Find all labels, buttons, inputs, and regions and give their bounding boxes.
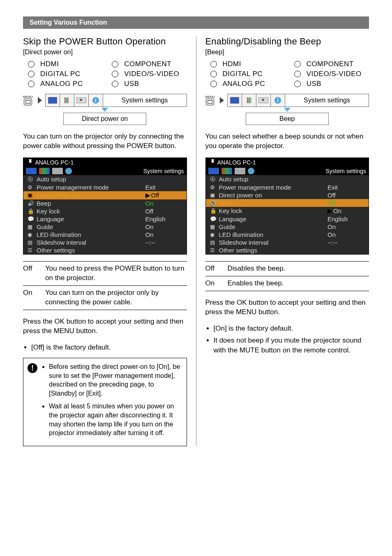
left-intro: You can turn on the projector only by co… — [23, 132, 187, 151]
option-val: Disables the beep. — [228, 264, 286, 273]
bullet-item: It does not beep if you mute the project… — [214, 336, 369, 355]
osd-row-icon: ☰ — [210, 247, 217, 253]
osd-title: ▘ ANALOG PC-1 — [23, 158, 187, 167]
osd-row-label: Beep — [219, 199, 328, 206]
osd-row: ▤Slideshow interval--:-- — [23, 239, 187, 246]
left-nav-sub: Direct power on — [63, 113, 146, 125]
osd-row: 🔊BeepOff — [206, 199, 369, 207]
input-label: ANALOG PC — [223, 80, 265, 88]
nav-tab-1 — [228, 94, 242, 107]
osd-row-label: Auto setup — [37, 176, 145, 183]
osd-row-value: ▶On — [327, 207, 364, 215]
left-bullets: [Off] is the factory default. — [23, 343, 187, 352]
bullet-item: [Off] is the factory default. — [31, 343, 187, 352]
input-label: HDMI — [40, 60, 59, 68]
option-val: Enables the beep. — [228, 279, 284, 288]
arrow-right-icon — [38, 97, 42, 104]
osd-row-icon: 🔊 — [28, 200, 34, 206]
osd-tab-icon — [65, 168, 72, 174]
nav-tab-4: i — [89, 94, 103, 107]
osd-row-value: ▶Off — [145, 192, 182, 199]
osd-row-label: Slideshow interval — [37, 239, 145, 246]
osd-row-value: --:-- — [327, 239, 364, 246]
osd-row-label: Auto setup — [219, 176, 328, 183]
note-item: Wait at least 5 minutes when you power o… — [49, 402, 182, 437]
menu-icon: MENU — [23, 95, 33, 105]
osd-row-label: Guide — [37, 223, 145, 230]
menu-label: MENU — [23, 95, 33, 99]
osd-row: ⒶAuto setup — [23, 175, 187, 183]
osd-row-icon: ☰ — [28, 247, 34, 253]
osd-right-label: System settings — [143, 168, 184, 174]
nav-tab-3 — [74, 94, 89, 107]
osd-row-value: On — [145, 200, 182, 207]
right-nav-diagram: MENU i System settings Beep — [205, 94, 369, 125]
osd-row-label: Key lock — [219, 207, 328, 214]
left-input-grid: HDMI COMPONENT DIGITAL PC VIDEO/S-VIDEO … — [23, 60, 187, 88]
osd-row-icon: 💬 — [210, 216, 217, 222]
input-label: COMPONENT — [307, 60, 354, 68]
input-analog-pc: ANALOG PC — [205, 80, 285, 88]
osd-tabs: System settings — [23, 167, 187, 175]
osd-row: ▣Direct power on▶Off — [23, 191, 187, 199]
osd-row-value: Exit — [327, 184, 364, 191]
osd-row-icon: ◉ — [210, 232, 217, 238]
osd-row-label: Power management mode — [37, 184, 145, 191]
osd-row-icon: ▦ — [28, 224, 34, 230]
left-osd: ▘ ANALOG PC-1 System settings ⒶAuto setu… — [23, 158, 187, 255]
osd-row-icon: ⚙ — [210, 184, 217, 190]
menu-label: MENU — [205, 95, 215, 99]
note-box: ! Before setting the direct power-on to … — [23, 358, 187, 446]
osd-row-label: Key lock — [37, 208, 145, 215]
osd-right-label: System settings — [325, 168, 366, 174]
option-val: You need to press the POWER button to tu… — [45, 264, 187, 283]
option-row: OnEnables the beep. — [205, 276, 369, 291]
arrow-down-icon — [284, 108, 291, 112]
left-column: Skip the POWER Button Operation [Direct … — [23, 36, 196, 446]
radio-icon — [210, 61, 217, 67]
right-column: Enabling/Disabling the Beep [Beep] HDMI … — [196, 36, 369, 446]
osd-row: 🔊BeepOn — [23, 199, 187, 207]
nav-tab-strip: i — [227, 94, 285, 107]
camera-icon — [76, 97, 86, 103]
osd-row-icon: 🔒 — [28, 208, 34, 214]
osd-row-label: Guide — [219, 223, 328, 230]
osd-row-value: On — [327, 231, 364, 238]
osd-row: ◉LED illuminationOn — [206, 231, 369, 239]
header-band: Setting Various Function — [23, 16, 369, 29]
osd-body-right: ⒶAuto setup⚙Power management modeExit▣Di… — [206, 175, 369, 254]
radio-icon — [210, 81, 217, 87]
osd-row-value: Exit — [145, 184, 182, 191]
input-video-svideo: VIDEO/S-VIDEO — [289, 70, 369, 78]
input-hdmi: HDMI — [23, 60, 103, 68]
nav-tab-2 — [242, 94, 256, 107]
osd-row: ▦GuideOn — [23, 223, 187, 231]
osd-row: ⒶAuto setup — [206, 175, 369, 183]
right-input-grid: HDMI COMPONENT DIGITAL PC VIDEO/S-VIDEO … — [205, 60, 369, 88]
osd-row-icon: ▤ — [210, 239, 217, 246]
arrow-right-icon — [220, 97, 224, 104]
osd-row-label: LED illumination — [37, 231, 145, 238]
note-item: Before setting the direct power-on to [O… — [49, 362, 182, 398]
radio-icon — [294, 81, 301, 87]
note-list: Before setting the direct power-on to [O… — [42, 362, 182, 442]
osd-row-icon: Ⓐ — [210, 176, 217, 183]
nav-tab-4: i — [271, 94, 285, 107]
osd-row: ☰Other settings — [206, 246, 369, 254]
option-key: On — [205, 279, 228, 288]
nav-top-label: System settings — [103, 94, 187, 107]
osd-row: 💬LanguageEnglish — [206, 215, 369, 223]
osd-row-label: Other settings — [37, 247, 145, 254]
left-options-table: OffYou need to press the POWER button to… — [23, 261, 187, 310]
arrow-down-icon — [101, 108, 108, 112]
radio-icon — [294, 61, 301, 67]
input-label: HDMI — [223, 60, 241, 68]
osd-row: ◉LED illuminationOn — [23, 231, 187, 239]
right-osd: ▘ ANALOG PC-1 System settings ⒶAuto setu… — [205, 158, 369, 255]
input-usb: USB — [289, 80, 369, 88]
option-key: On — [23, 288, 45, 307]
radio-icon — [112, 71, 118, 77]
input-label: ANALOG PC — [40, 80, 83, 88]
osd-row: 🔒Key lockOff — [23, 207, 187, 215]
option-val: You can turn on the projector only by co… — [45, 288, 187, 307]
